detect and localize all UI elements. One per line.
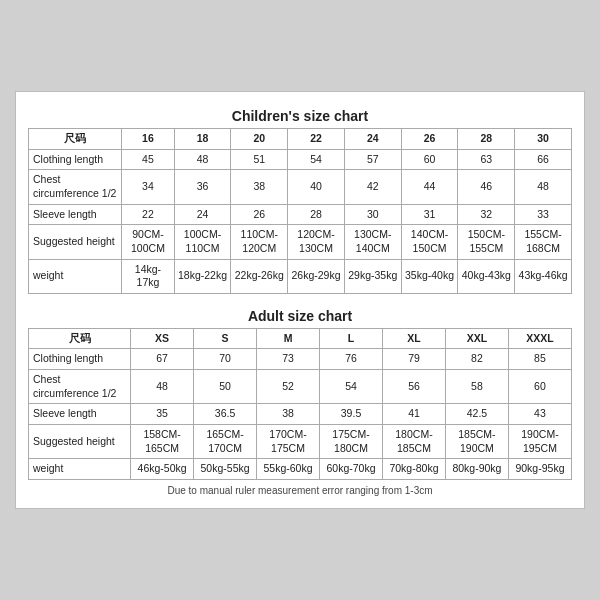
children-cell-2-0: 22 [122,204,174,225]
children-row-1: Chest circumference 1/23436384042444648 [29,170,572,204]
adult-header-3: M [257,328,320,349]
adult-cell-3-1: 165CM-170CM [194,425,257,459]
adult-cell-2-4: 41 [382,404,445,425]
adult-cell-0-3: 76 [320,349,383,370]
children-cell-1-3: 40 [288,170,345,204]
children-cell-1-5: 44 [401,170,458,204]
children-header-3: 20 [231,129,288,150]
adult-row-0: Clothing length67707376798285 [29,349,572,370]
children-cell-4-6: 40kg-43kg [458,259,515,293]
adult-header-7: XXXL [508,328,571,349]
adult-row-3: Suggested height158CM-165CM165CM-170CM17… [29,425,572,459]
adult-cell-1-3: 54 [320,370,383,404]
children-cell-1-2: 38 [231,170,288,204]
adult-row-label-2: Sleeve length [29,404,131,425]
children-cell-0-3: 54 [288,149,345,170]
adult-cell-2-0: 35 [131,404,194,425]
children-cell-3-1: 100CM-110CM [174,225,231,259]
adult-header-2: S [194,328,257,349]
adult-cell-3-5: 185CM-190CM [445,425,508,459]
children-cell-1-7: 48 [515,170,572,204]
adult-cell-1-4: 56 [382,370,445,404]
children-cell-3-2: 110CM-120CM [231,225,288,259]
children-cell-4-0: 14kg-17kg [122,259,174,293]
adult-cell-1-0: 48 [131,370,194,404]
adult-header-0: 尺码 [29,328,131,349]
children-cell-3-5: 140CM-150CM [401,225,458,259]
adult-cell-0-1: 70 [194,349,257,370]
children-cell-0-5: 60 [401,149,458,170]
adult-cell-3-0: 158CM-165CM [131,425,194,459]
children-cell-4-3: 26kg-29kg [288,259,345,293]
children-header-2: 18 [174,129,231,150]
children-cell-1-6: 46 [458,170,515,204]
children-cell-4-7: 43kg-46kg [515,259,572,293]
children-row-3: Suggested height90CM-100CM100CM-110CM110… [29,225,572,259]
adult-row-1: Chest circumference 1/248505254565860 [29,370,572,404]
children-row-label-2: Sleeve length [29,204,122,225]
adult-cell-4-0: 46kg-50kg [131,459,194,480]
adult-cell-2-5: 42.5 [445,404,508,425]
children-cell-0-1: 48 [174,149,231,170]
children-cell-1-1: 36 [174,170,231,204]
adult-cell-3-4: 180CM-185CM [382,425,445,459]
children-cell-3-3: 120CM-130CM [288,225,345,259]
children-header-0: 尺码 [29,129,122,150]
children-cell-0-7: 66 [515,149,572,170]
adult-cell-0-5: 82 [445,349,508,370]
adult-cell-4-6: 90kg-95kg [508,459,571,480]
adult-cell-2-1: 36.5 [194,404,257,425]
children-header-4: 22 [288,129,345,150]
adult-header-5: XL [382,328,445,349]
children-cell-1-4: 42 [344,170,401,204]
adult-cell-0-4: 79 [382,349,445,370]
children-cell-3-7: 155CM-168CM [515,225,572,259]
adult-row-4: weight46kg-50kg50kg-55kg55kg-60kg60kg-70… [29,459,572,480]
children-row-label-4: weight [29,259,122,293]
adult-cell-2-2: 38 [257,404,320,425]
children-cell-2-2: 26 [231,204,288,225]
footer-note: Due to manual ruler measurement error ra… [28,480,572,498]
adult-row-label-3: Suggested height [29,425,131,459]
adult-cell-1-1: 50 [194,370,257,404]
children-cell-4-4: 29kg-35kg [344,259,401,293]
adult-row-label-0: Clothing length [29,349,131,370]
adult-cell-1-5: 58 [445,370,508,404]
children-cell-2-4: 30 [344,204,401,225]
children-cell-1-0: 34 [122,170,174,204]
adult-header-6: XXL [445,328,508,349]
children-header-5: 24 [344,129,401,150]
children-header-8: 30 [515,129,572,150]
adult-cell-0-2: 73 [257,349,320,370]
children-row-label-1: Chest circumference 1/2 [29,170,122,204]
adult-header-1: XS [131,328,194,349]
children-cell-2-7: 33 [515,204,572,225]
children-cell-2-3: 28 [288,204,345,225]
adult-cell-2-3: 39.5 [320,404,383,425]
adult-cell-3-2: 170CM-175CM [257,425,320,459]
adult-row-label-1: Chest circumference 1/2 [29,370,131,404]
children-row-0: Clothing length4548515457606366 [29,149,572,170]
children-cell-3-6: 150CM-155CM [458,225,515,259]
adult-table: 尺码XSSMLXLXXLXXXL Clothing length67707376… [28,328,572,480]
adult-row-2: Sleeve length3536.53839.54142.543 [29,404,572,425]
children-cell-2-6: 32 [458,204,515,225]
adult-cell-0-6: 85 [508,349,571,370]
children-cell-3-0: 90CM-100CM [122,225,174,259]
chart-container: Children's size chart 尺码1618202224262830… [15,91,585,509]
children-cell-4-5: 35kg-40kg [401,259,458,293]
children-row-label-3: Suggested height [29,225,122,259]
children-cell-0-2: 51 [231,149,288,170]
adult-title: Adult size chart [28,302,572,328]
children-cell-0-4: 57 [344,149,401,170]
adult-cell-2-6: 43 [508,404,571,425]
adult-header-4: L [320,328,383,349]
children-cell-3-4: 130CM-140CM [344,225,401,259]
children-cell-4-2: 22kg-26kg [231,259,288,293]
children-row-4: weight14kg-17kg18kg-22kg22kg-26kg26kg-29… [29,259,572,293]
children-row-2: Sleeve length2224262830313233 [29,204,572,225]
adult-cell-4-1: 50kg-55kg [194,459,257,480]
children-cell-0-0: 45 [122,149,174,170]
adult-cell-1-2: 52 [257,370,320,404]
children-header-6: 26 [401,129,458,150]
